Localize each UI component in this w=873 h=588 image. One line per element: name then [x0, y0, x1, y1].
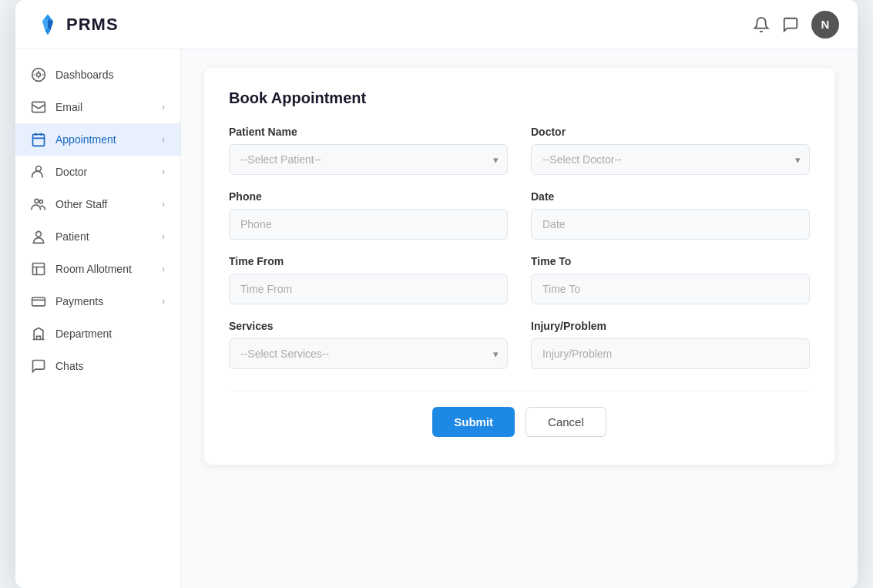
services-select-wrapper: --Select Services-- — [229, 338, 508, 369]
message-icon[interactable] — [782, 16, 799, 33]
arrow-doctor: › — [162, 166, 165, 177]
date-label: Date — [531, 190, 810, 203]
sidebar-item-chats[interactable]: Chats — [15, 350, 180, 382]
svg-point-6 — [36, 231, 42, 237]
logo: PRMS — [34, 11, 119, 39]
sidebar-label-chats: Chats — [55, 360, 84, 372]
form-row-4: Services --Select Services-- Injury/Prob… — [229, 320, 810, 369]
services-label: Services — [229, 320, 508, 332]
sidebar-label-appointment: Appointment — [55, 133, 116, 146]
patient-name-group: Patient Name --Select Patient-- — [229, 126, 508, 175]
time-from-input[interactable] — [229, 274, 508, 304]
payments-icon — [31, 294, 46, 309]
dashboard-icon — [31, 67, 46, 82]
sidebar-label-room-allotment: Room Allotment — [55, 263, 132, 275]
time-to-group: Time To — [531, 255, 810, 304]
date-group: Date — [531, 190, 810, 240]
services-select[interactable]: --Select Services-- — [229, 338, 508, 369]
phone-group: Phone — [229, 190, 508, 240]
injury-label: Injury/Problem — [531, 320, 810, 332]
svg-point-3 — [36, 166, 42, 172]
dept-icon — [31, 326, 46, 341]
svg-rect-1 — [32, 102, 45, 112]
arrow-appointment: › — [162, 134, 165, 145]
main-content: Book Appointment Patient Name --Select P… — [181, 49, 858, 588]
sidebar-label-payments: Payments — [55, 295, 103, 307]
patient-icon — [31, 229, 46, 244]
time-from-label: Time From — [229, 255, 508, 267]
doctor-select[interactable]: --Select Doctor-- — [531, 144, 810, 175]
svg-rect-7 — [33, 264, 45, 275]
arrow-payments: › — [162, 296, 165, 307]
patient-select-wrapper: --Select Patient-- — [229, 144, 508, 175]
phone-label: Phone — [229, 190, 508, 203]
logo-text: PRMS — [66, 15, 119, 35]
sidebar-label-patient: Patient — [55, 230, 89, 243]
doctor-group: Doctor --Select Doctor-- — [531, 126, 810, 175]
svg-point-4 — [35, 199, 39, 203]
sidebar-item-room-allotment[interactable]: Room Allotment › — [15, 253, 180, 285]
sidebar-item-other-staff[interactable]: Other Staff › — [15, 188, 180, 220]
sidebar-label-email: Email — [55, 101, 82, 113]
form-row-2: Phone Date — [229, 190, 810, 240]
sidebar-item-patient[interactable]: Patient › — [15, 220, 180, 253]
cancel-button[interactable]: Cancel — [525, 407, 606, 437]
submit-button[interactable]: Submit — [432, 407, 515, 437]
injury-group: Injury/Problem — [531, 320, 810, 369]
sidebar-item-doctor[interactable]: Doctor › — [15, 156, 180, 188]
sidebar-item-department[interactable]: Department — [15, 318, 180, 350]
doctor-icon — [31, 164, 46, 180]
svg-rect-8 — [32, 297, 45, 306]
appointment-icon — [31, 132, 46, 147]
injury-input[interactable] — [531, 338, 810, 369]
arrow-patient: › — [162, 231, 165, 242]
patient-name-select[interactable]: --Select Patient-- — [229, 144, 508, 175]
sidebar-label-dashboards: Dashboards — [55, 69, 114, 81]
arrow-other-staff: › — [162, 199, 165, 210]
patient-name-label: Patient Name — [229, 126, 508, 138]
svg-point-5 — [39, 200, 42, 203]
form-row-1: Patient Name --Select Patient-- Doctor -… — [229, 126, 810, 175]
logo-icon — [34, 11, 62, 39]
avatar[interactable]: N — [811, 11, 839, 39]
phone-input[interactable] — [229, 209, 508, 240]
doctor-label: Doctor — [531, 126, 810, 138]
sidebar-label-other-staff: Other Staff — [55, 198, 107, 210]
sidebar-item-dashboards[interactable]: Dashboards — [15, 59, 180, 91]
svg-rect-2 — [33, 134, 45, 146]
sidebar-label-doctor: Doctor — [55, 166, 87, 178]
header: PRMS N — [15, 0, 858, 49]
time-from-group: Time From — [229, 255, 508, 304]
time-to-label: Time To — [531, 255, 810, 267]
svg-point-0 — [37, 73, 41, 77]
doctor-select-wrapper: --Select Doctor-- — [531, 144, 810, 175]
sidebar-item-payments[interactable]: Payments › — [15, 285, 180, 318]
form-row-3: Time From Time To — [229, 255, 810, 304]
time-to-input[interactable] — [531, 274, 810, 304]
form-actions: Submit Cancel — [229, 391, 810, 437]
sidebar-label-department: Department — [55, 328, 112, 340]
sidebar-item-email[interactable]: Email › — [15, 91, 180, 123]
arrow-email: › — [162, 102, 165, 113]
room-icon — [31, 261, 46, 277]
date-input[interactable] — [531, 209, 810, 240]
body: Dashboards Email › Appointment › — [15, 49, 858, 588]
form-card: Book Appointment Patient Name --Select P… — [204, 68, 834, 465]
email-icon — [31, 99, 46, 115]
notification-icon[interactable] — [753, 16, 770, 33]
staff-icon — [31, 197, 46, 212]
header-actions: N — [753, 11, 839, 39]
form-title: Book Appointment — [229, 89, 810, 107]
arrow-room: › — [162, 264, 165, 274]
sidebar-item-appointment[interactable]: Appointment › — [15, 123, 180, 156]
chat-icon — [31, 358, 46, 374]
sidebar: Dashboards Email › Appointment › — [15, 49, 181, 588]
services-group: Services --Select Services-- — [229, 320, 508, 369]
